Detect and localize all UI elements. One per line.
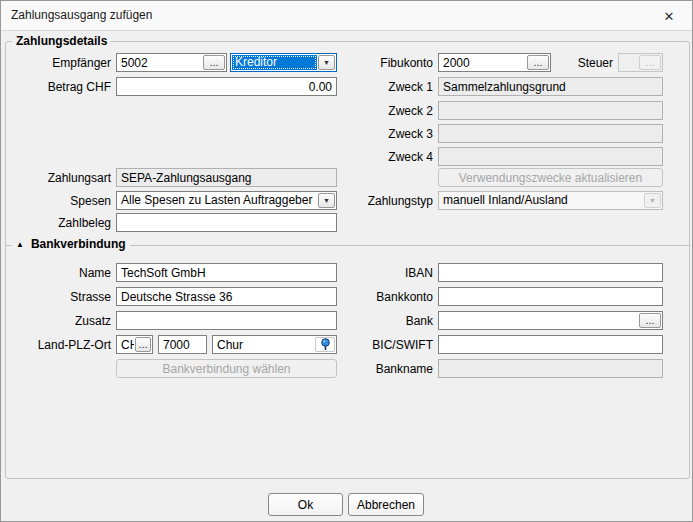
dialog-title: Zahlungsausgang zufügen	[11, 1, 152, 30]
bankkonto-label: Bankkonto	[328, 290, 433, 304]
ort-field	[212, 335, 337, 354]
iban-input[interactable]	[438, 263, 663, 282]
zahlungsart-input[interactable]	[116, 168, 337, 187]
steuer-field: ...	[618, 53, 663, 72]
strasse-field	[116, 287, 337, 306]
dialog-window: Zahlungsausgang zufügen ✕ Zahlungsdetail…	[0, 0, 693, 522]
ellipsis-icon: ...	[645, 314, 654, 326]
spesen-value: Alle Spesen zu Lasten Auftraggeber	[118, 193, 317, 208]
bankname-input[interactable]	[438, 359, 663, 378]
plz-input[interactable]	[158, 335, 207, 354]
spesen-label: Spesen	[7, 194, 111, 208]
ellipsis-icon: ...	[138, 338, 147, 350]
zahlbeleg-label: Zahlbeleg	[7, 216, 111, 230]
steuer-label: Steuer	[559, 56, 613, 70]
ellipsis-icon: ...	[645, 56, 654, 68]
bank-browse-button[interactable]: ...	[639, 313, 661, 328]
zusatz-label: Zusatz	[7, 314, 111, 328]
betrag-input[interactable]	[116, 77, 337, 96]
verwendungszwecke-aktualisieren-button[interactable]: Verwendungszwecke aktualisieren	[438, 168, 663, 187]
zahlungstyp-label: Zahlungstyp	[328, 194, 433, 208]
zweck4-field	[438, 147, 663, 166]
bankverbindung-section-title: Bankverbindung	[31, 237, 126, 251]
land-browse-button[interactable]: ...	[135, 337, 151, 352]
zweck3-input[interactable]	[438, 124, 663, 143]
zahlbeleg-input[interactable]	[116, 213, 337, 232]
plz-field	[158, 335, 207, 354]
zweck1-label: Zweck 1	[328, 80, 433, 94]
bic-swift-field	[438, 335, 663, 354]
empfaenger-type-dropdown[interactable]: Kreditor ▼	[230, 53, 337, 72]
bankkonto-input[interactable]	[438, 287, 663, 306]
bank-label: Bank	[328, 314, 433, 328]
zusatz-input[interactable]	[116, 311, 337, 330]
zahlungsart-label: Zahlungsart	[7, 171, 111, 185]
zweck1-field	[438, 77, 663, 96]
ellipsis-icon: ...	[533, 56, 542, 68]
steuer-browse-button[interactable]: ...	[639, 55, 661, 70]
bankkonto-field	[438, 287, 663, 306]
iban-label: IBAN	[328, 266, 433, 280]
empfaenger-type-value: Kreditor	[232, 55, 317, 70]
chevron-down-icon: ▼	[649, 197, 656, 204]
zusatz-field	[116, 311, 337, 330]
empfaenger-label: Empfänger	[7, 56, 111, 70]
bic-swift-label: BIC/SWIFT	[328, 338, 433, 352]
name-label: Name	[7, 266, 111, 280]
titlebar: Zahlungsausgang zufügen ✕	[1, 1, 692, 31]
zweck4-input[interactable]	[438, 147, 663, 166]
zweck3-label: Zweck 3	[328, 127, 433, 141]
bankverbindung-waehlen-button[interactable]: Bankverbindung wählen	[116, 359, 337, 378]
bic-swift-input[interactable]	[438, 335, 663, 354]
close-icon: ✕	[664, 9, 675, 24]
betrag-label: Betrag CHF	[7, 80, 111, 94]
ok-button[interactable]: Ok	[268, 493, 343, 516]
zweck3-field	[438, 124, 663, 143]
fibukonto-field: ...	[438, 53, 551, 72]
zahlungstyp-value: manuell Inland/Ausland	[440, 193, 643, 208]
betrag-field	[116, 77, 337, 96]
bankverbindung-section-header[interactable]: ▲Bankverbindung	[12, 237, 130, 251]
collapse-arrow-icon: ▲	[16, 240, 24, 249]
zahlungstyp-dropdown-button[interactable]: ▼	[644, 193, 661, 208]
fibukonto-browse-button[interactable]: ...	[527, 55, 549, 70]
strasse-input[interactable]	[116, 287, 337, 306]
zahlungsdetails-section-title: Zahlungsdetails	[12, 34, 111, 48]
zweck2-field	[438, 101, 663, 120]
bank-input[interactable]	[438, 311, 663, 330]
close-button[interactable]: ✕	[653, 3, 685, 29]
bank-field: ...	[438, 311, 663, 330]
zahlungstyp-dropdown[interactable]: manuell Inland/Ausland ▼	[438, 191, 663, 210]
zweck2-input[interactable]	[438, 101, 663, 120]
zahlungsart-field	[116, 168, 337, 187]
zweck2-label: Zweck 2	[328, 104, 433, 118]
cancel-button[interactable]: Abbrechen	[348, 493, 424, 516]
strasse-label: Strasse	[7, 290, 111, 304]
spesen-dropdown[interactable]: Alle Spesen zu Lasten Auftraggeber ▼	[116, 191, 337, 210]
name-field	[116, 263, 337, 282]
land-field: ...	[116, 335, 153, 354]
zweck4-label: Zweck 4	[328, 150, 433, 164]
zweck1-input[interactable]	[438, 77, 663, 96]
bankname-label: Bankname	[328, 362, 433, 376]
zahlbeleg-field	[116, 213, 337, 232]
land-plz-ort-label: Land-PLZ-Ort	[7, 338, 111, 352]
ellipsis-icon: ...	[209, 56, 218, 68]
iban-field	[438, 263, 663, 282]
empfaenger-field: ...	[116, 53, 227, 72]
fibukonto-label: Fibukonto	[328, 56, 433, 70]
empfaenger-browse-button[interactable]: ...	[203, 55, 225, 70]
bankverbindung-divider: ▲Bankverbindung	[6, 245, 689, 246]
bankname-field	[438, 359, 663, 378]
name-input[interactable]	[116, 263, 337, 282]
